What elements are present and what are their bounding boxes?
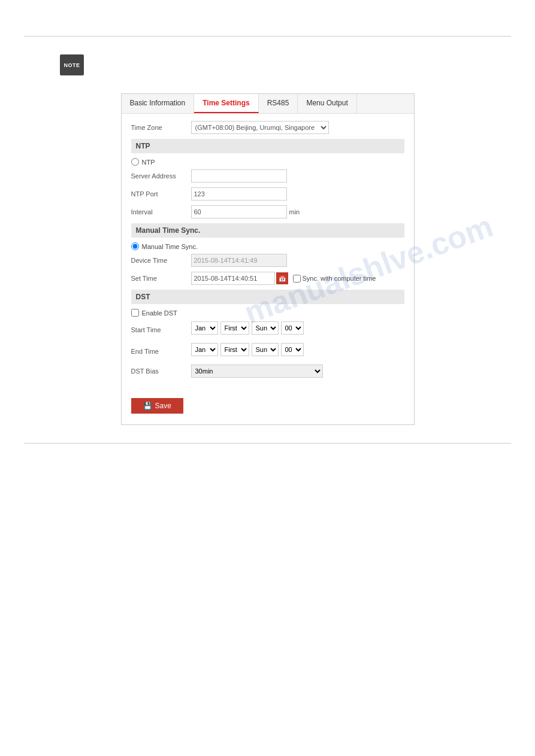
start-time-row: Start Time JanFebMarApr MayJunJulAug Sep… — [131, 321, 404, 338]
enable-dst-row: Enable DST — [131, 309, 404, 317]
save-label: Save — [155, 402, 171, 410]
bottom-divider — [24, 443, 511, 444]
interval-row: Interval min — [131, 205, 404, 218]
manual-radio[interactable] — [131, 242, 139, 250]
end-month-select[interactable]: JanFebMarApr MayJunJulAug SepOctNovDec — [191, 343, 218, 356]
set-time-input[interactable] — [191, 272, 275, 285]
end-day-select[interactable]: SunMonTueWed ThuFriSat — [252, 343, 279, 356]
start-hour-select[interactable]: 00010203 040506 — [281, 321, 304, 335]
dst-bias-label: DST Bias — [131, 368, 191, 375]
end-time-row: End Time JanFebMarApr MayJunJulAug SepOc… — [131, 343, 404, 360]
dst-bias-select[interactable]: 30min 60min 90min 120min — [191, 365, 323, 378]
start-week-select[interactable]: FirstSecondThirdFourthLast — [220, 321, 249, 335]
device-time-label: Device Time — [131, 257, 191, 264]
end-time-label: End Time — [131, 348, 191, 355]
dst-bias-row: DST Bias 30min 60min 90min 120min — [131, 365, 404, 378]
timezone-select[interactable]: (GMT+08:00) Beijing, Urumqi, Singapore — [191, 121, 329, 134]
calendar-button[interactable]: 📅 — [276, 272, 288, 284]
server-address-row: Server Address — [131, 169, 404, 183]
save-button[interactable]: 💾 Save — [131, 398, 183, 414]
server-address-label: Server Address — [131, 172, 191, 180]
set-time-label: Set Time — [131, 275, 191, 282]
device-time-row: Device Time — [131, 254, 404, 267]
sync-computer-label: Sync. with computer time — [303, 275, 376, 282]
start-time-controls: JanFebMarApr MayJunJulAug SepOctNovDec F… — [191, 321, 304, 335]
timezone-label: Time Zone — [131, 124, 191, 131]
top-divider — [24, 36, 511, 37]
end-time-controls: JanFebMarApr MayJunJulAug SepOctNovDec F… — [191, 343, 304, 356]
tab-rs485[interactable]: RS485 — [259, 94, 298, 113]
ntp-radio-row: NTP — [131, 158, 404, 166]
interval-input[interactable] — [191, 205, 287, 218]
form-area: Time Zone (GMT+08:00) Beijing, Urumqi, S… — [122, 114, 414, 390]
interval-label: Interval — [131, 208, 191, 215]
ntp-port-input[interactable] — [191, 187, 287, 201]
manual-radio-label: Manual Time Sync. — [142, 243, 198, 250]
ntp-radio-label: NTP — [142, 159, 155, 166]
start-time-label: Start Time — [131, 326, 191, 333]
tab-bar: Basic Information Time Settings RS485 Me… — [122, 94, 414, 114]
tab-menu-output[interactable]: Menu Output — [298, 94, 356, 113]
panel-bottom: 💾 Save — [122, 390, 414, 424]
tab-time-settings[interactable]: Time Settings — [194, 94, 258, 113]
end-week-select[interactable]: FirstSecondThirdFourthLast — [220, 343, 249, 356]
save-icon: 💾 — [143, 402, 152, 410]
ntp-section-header: NTP — [131, 139, 404, 153]
end-hour-select[interactable]: 00010203 — [281, 343, 304, 356]
tab-basic-information[interactable]: Basic Information — [122, 94, 195, 113]
set-time-row: Set Time 📅 Sync. with computer time — [131, 272, 404, 285]
ntp-port-row: NTP Port — [131, 187, 404, 201]
device-time-input — [191, 254, 287, 267]
note-icon: NOTE — [60, 54, 84, 75]
sync-computer-checkbox[interactable] — [293, 275, 301, 283]
dst-section-header: DST — [131, 290, 404, 304]
manual-radio-row: Manual Time Sync. — [131, 242, 404, 250]
interval-unit: min — [289, 208, 300, 215]
start-month-select[interactable]: JanFebMarApr MayJunJulAug SepOctNovDec — [191, 321, 218, 335]
start-day-select[interactable]: SunMonTueWed ThuFriSat — [252, 321, 279, 335]
settings-panel: Basic Information Time Settings RS485 Me… — [121, 93, 415, 425]
enable-dst-label: Enable DST — [142, 309, 177, 317]
note-label: NOTE — [64, 62, 80, 68]
timezone-row: Time Zone (GMT+08:00) Beijing, Urumqi, S… — [131, 121, 404, 134]
ntp-radio[interactable] — [131, 158, 139, 166]
ntp-port-label: NTP Port — [131, 190, 191, 198]
manual-section-header: Manual Time Sync. — [131, 223, 404, 238]
enable-dst-checkbox[interactable] — [131, 309, 139, 317]
server-address-input[interactable] — [191, 169, 287, 183]
